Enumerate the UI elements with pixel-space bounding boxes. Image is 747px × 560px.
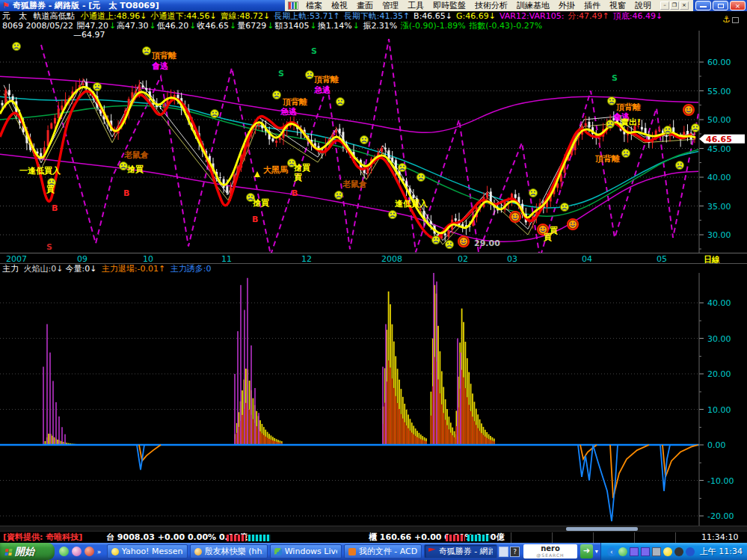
mdi-minimize-button[interactable]: – <box>660 1 669 10</box>
menu-item[interactable]: 即時監盤 <box>428 0 470 11</box>
value-segment: 漲(-0.90)-1.89% <box>401 21 468 31</box>
svg-text:-10.00: -10.00 <box>707 476 734 486</box>
user-status-tray-icon[interactable] <box>618 547 627 556</box>
svg-text:頂背離: 頂背離 <box>615 102 641 112</box>
menu-item[interactable]: 畫面 <box>352 0 378 11</box>
menu-item[interactable]: 工具 <box>403 0 428 11</box>
value-segment: 高47.30 <box>117 21 149 31</box>
menu-item[interactable]: 檔案 <box>301 0 327 11</box>
svg-text:-20.00: -20.00 <box>707 511 734 521</box>
smiley-ring-icon <box>683 105 694 115</box>
smiley-ring-icon <box>458 236 469 247</box>
hide-icons-chevron-icon[interactable]: ‹ <box>607 547 616 556</box>
data-provider-label: [資料提供: 奇唯科技] <box>3 532 82 543</box>
menu-bar: 檔案檢視畫面管理工具即時監盤技術分析訓練基地外掛插件視窗說明 – ❐ × <box>285 0 693 11</box>
start-button-label: 開始 <box>15 545 34 559</box>
volume-tray-icon[interactable] <box>686 547 695 556</box>
svg-text:買: 買 <box>46 185 55 194</box>
menu-item[interactable]: 技術分析 <box>470 0 512 11</box>
printer-tray-icon[interactable] <box>652 547 661 556</box>
svg-text:60.00: 60.00 <box>707 58 731 67</box>
display-settings-icon[interactable] <box>641 547 650 556</box>
menu-item[interactable]: 說明 <box>630 0 656 11</box>
messenger-smiley-tray-icon[interactable] <box>663 547 672 556</box>
antivirus-tray-icon[interactable] <box>674 547 683 556</box>
task-button[interactable]: 殷友林快樂 (hh... <box>190 544 268 559</box>
otc-cyan-bar <box>467 535 490 541</box>
smiley-sad-icon <box>432 236 440 244</box>
help-tray-icon[interactable]: ? <box>510 547 520 557</box>
menu-items: 檔案檢視畫面管理工具即時監盤技術分析訓練基地外掛插件視窗說明 <box>301 0 656 11</box>
task-button-label: 奇狐勝券 - 網路... <box>439 546 493 557</box>
value-segment: 小通道下:44.56↓ <box>150 11 216 21</box>
main-force-indicator-chart[interactable]: 40.0030.0020.0010.000.00-10.00-20.00 <box>0 273 747 526</box>
smiley-sad-icon <box>13 43 21 51</box>
svg-text:搶買: 搶買 <box>293 163 310 173</box>
svg-text:急逃: 急逃 <box>280 107 297 117</box>
value-segment: 8069 2008/05/22 <box>2 21 76 31</box>
menu-item[interactable]: 插件 <box>580 0 605 11</box>
task-button[interactable]: 奇狐勝券 - 網路... <box>424 544 497 559</box>
svg-text:頂背離: 頂背離 <box>151 51 176 61</box>
nero-search-deskband[interactable]: nero @SEARCH <box>523 544 577 559</box>
minimize-button[interactable] <box>695 1 711 10</box>
smiley-sad-icon <box>417 173 425 182</box>
taiex-red-bar <box>227 535 246 541</box>
svg-text:40.00: 40.00 <box>707 173 731 182</box>
network-monitor-icon[interactable] <box>630 547 639 556</box>
quick-launch-bar: » <box>55 547 106 556</box>
task-button[interactable]: Windows Live M... <box>270 544 342 559</box>
value-segment: 振2.31% <box>363 21 399 31</box>
go-button[interactable]: ➜ <box>580 544 593 559</box>
mdi-close-button[interactable]: × <box>680 1 689 10</box>
value-segment: 賣線:48.72↓ <box>221 11 270 21</box>
smiley-sad-icon <box>529 189 538 197</box>
svg-text:40.00: 40.00 <box>707 298 731 308</box>
smiley-sad-icon <box>664 126 672 135</box>
close-button[interactable]: × <box>730 1 746 10</box>
media-player-icon[interactable] <box>84 547 94 556</box>
taskbar: 開始 » Yahoo! Messenger殷友林快樂 (hh...Windows… <box>0 543 747 560</box>
smiley-sad-icon <box>561 203 569 212</box>
nero-search-label: @SEARCH <box>523 552 577 559</box>
start-button[interactable]: 開始 <box>0 543 55 560</box>
value-segment: 主力 <box>2 264 22 273</box>
quote-values-line: 8069 2008/05/22 開47.20↓高47.30↓低46.20↓收46… <box>0 21 747 31</box>
smiley-sad-icon <box>389 211 397 219</box>
svg-text:20.00: 20.00 <box>707 369 731 379</box>
value-segment: 開47.20 <box>76 21 108 31</box>
svg-text:S: S <box>46 242 52 252</box>
quick-launch-more-chevron[interactable]: » <box>97 548 102 556</box>
value-segment: G:46.69↓ <box>456 11 496 21</box>
svg-text:30.00: 30.00 <box>707 230 731 240</box>
value-segment: 軌道高低點 <box>34 11 78 21</box>
chart-toolbar-icon[interactable] <box>288 1 298 10</box>
main-price-chart[interactable]: 60.0055.0050.0045.0040.0035.0030.00頂背離會逃… <box>0 31 747 253</box>
anchor-icon[interactable]: ⚓ <box>722 15 731 24</box>
messenger-qicon[interactable] <box>72 547 82 556</box>
task-button[interactable]: 我的文件 - ACD... <box>344 544 422 559</box>
menu-item[interactable]: 管理 <box>378 0 403 11</box>
corner-box-icon[interactable] <box>732 17 739 23</box>
svg-text:B: B <box>123 188 129 198</box>
menu-item[interactable]: 外掛 <box>554 0 580 11</box>
smiley-sad-icon <box>608 97 616 105</box>
yahoo-smiley-icon <box>111 548 119 556</box>
svg-text:逢低買入: 逢低買入 <box>394 199 428 209</box>
menu-item[interactable]: 視窗 <box>605 0 630 11</box>
mdi-restore-button[interactable]: ❐ <box>670 1 679 10</box>
system-tray: ‹ 上午 11:34 <box>600 543 747 560</box>
go-dropdown-arrow[interactable]: ▾ <box>595 548 598 555</box>
task-button[interactable]: Yahoo! Messenger <box>107 544 188 559</box>
smiley-ring-icon <box>510 212 520 222</box>
restore-button[interactable] <box>713 1 728 10</box>
menu-item[interactable]: 訓練基地 <box>512 0 554 11</box>
menu-item[interactable]: 檢視 <box>327 0 352 11</box>
svg-text:29.00: 29.00 <box>474 239 500 248</box>
chat-icon <box>194 548 202 556</box>
browser-icon[interactable] <box>59 547 69 556</box>
language-bar-icon[interactable] <box>499 547 508 557</box>
task-button-label: Yahoo! Messenger <box>122 547 183 556</box>
smiley-sad-icon <box>360 136 369 144</box>
title-left: ⚑ 奇狐勝券 - 網路版 - [元 太 TO8069] <box>0 0 285 11</box>
